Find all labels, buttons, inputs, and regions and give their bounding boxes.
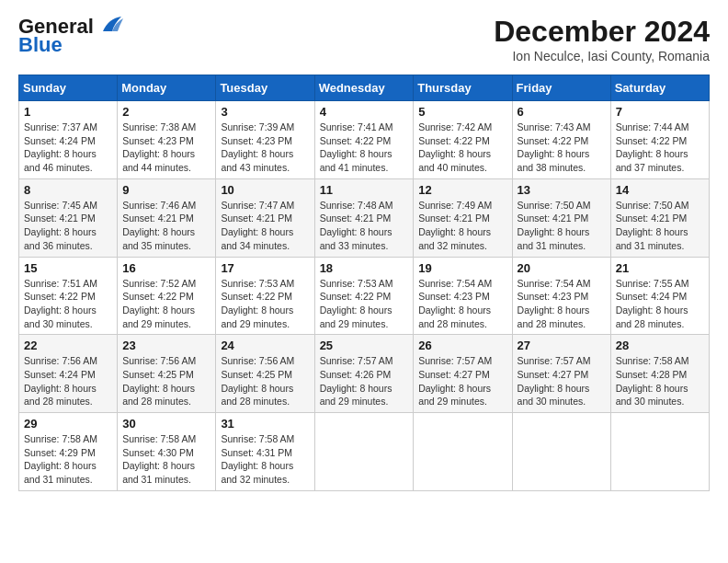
empty-cell <box>610 413 709 491</box>
day-info-8: Sunrise: 7:45 AMSunset: 4:21 PMDaylight:… <box>24 199 112 253</box>
day-info-4: Sunrise: 7:41 AMSunset: 4:22 PMDaylight:… <box>320 121 409 175</box>
day-number-1: 1 <box>24 105 112 119</box>
day-number-6: 6 <box>518 105 606 119</box>
col-wednesday: Wednesday <box>314 75 414 101</box>
day-info-23: Sunrise: 7:56 AMSunset: 4:25 PMDaylight:… <box>122 354 210 408</box>
day-cell-26: 26Sunrise: 7:57 AMSunset: 4:27 PMDayligh… <box>414 335 512 413</box>
day-info-11: Sunrise: 7:48 AMSunset: 4:21 PMDaylight:… <box>320 199 409 253</box>
location-subtitle: Ion Neculce, Iasi County, Romania <box>494 49 710 63</box>
day-cell-22: 22Sunrise: 7:56 AMSunset: 4:24 PMDayligh… <box>19 335 118 413</box>
day-info-9: Sunrise: 7:46 AMSunset: 4:21 PMDaylight:… <box>122 199 210 253</box>
day-cell-12: 12Sunrise: 7:49 AMSunset: 4:21 PMDayligh… <box>414 178 512 257</box>
day-number-26: 26 <box>418 339 506 352</box>
week-row-1: 8Sunrise: 7:45 AMSunset: 4:21 PMDaylight… <box>19 178 710 257</box>
empty-cell <box>314 413 414 491</box>
col-friday: Friday <box>512 75 610 101</box>
day-cell-17: 17Sunrise: 7:53 AMSunset: 4:22 PMDayligh… <box>216 257 314 335</box>
day-info-27: Sunrise: 7:57 AMSunset: 4:27 PMDaylight:… <box>518 354 606 408</box>
day-cell-8: 8Sunrise: 7:45 AMSunset: 4:21 PMDaylight… <box>19 178 118 257</box>
day-cell-1: 1Sunrise: 7:37 AMSunset: 4:24 PMDaylight… <box>19 101 118 179</box>
day-info-20: Sunrise: 7:54 AMSunset: 4:23 PMDaylight:… <box>518 277 606 331</box>
day-info-28: Sunrise: 7:58 AMSunset: 4:28 PMDaylight:… <box>616 354 704 408</box>
day-info-19: Sunrise: 7:54 AMSunset: 4:23 PMDaylight:… <box>418 277 506 331</box>
day-cell-30: 30Sunrise: 7:58 AMSunset: 4:30 PMDayligh… <box>118 413 216 491</box>
day-info-10: Sunrise: 7:47 AMSunset: 4:21 PMDaylight:… <box>221 199 309 253</box>
col-monday: Monday <box>118 75 216 101</box>
week-row-3: 22Sunrise: 7:56 AMSunset: 4:24 PMDayligh… <box>19 335 710 413</box>
day-cell-18: 18Sunrise: 7:53 AMSunset: 4:22 PMDayligh… <box>314 257 414 335</box>
calendar-table: Sunday Monday Tuesday Wednesday Thursday… <box>18 75 710 491</box>
day-info-14: Sunrise: 7:50 AMSunset: 4:21 PMDaylight:… <box>616 199 704 253</box>
day-info-7: Sunrise: 7:44 AMSunset: 4:22 PMDaylight:… <box>616 121 704 175</box>
day-info-3: Sunrise: 7:39 AMSunset: 4:23 PMDaylight:… <box>221 121 309 175</box>
day-info-30: Sunrise: 7:58 AMSunset: 4:30 PMDaylight:… <box>122 432 210 487</box>
day-cell-19: 19Sunrise: 7:54 AMSunset: 4:23 PMDayligh… <box>414 257 512 335</box>
day-info-17: Sunrise: 7:53 AMSunset: 4:22 PMDaylight:… <box>221 277 309 331</box>
month-title: December 2024 <box>494 15 710 49</box>
day-number-19: 19 <box>418 261 506 275</box>
day-cell-20: 20Sunrise: 7:54 AMSunset: 4:23 PMDayligh… <box>512 257 610 335</box>
logo-bird-icon <box>96 15 125 35</box>
day-info-24: Sunrise: 7:56 AMSunset: 4:25 PMDaylight:… <box>221 354 309 408</box>
logo-text-blue: Blue <box>18 33 63 57</box>
day-info-15: Sunrise: 7:51 AMSunset: 4:22 PMDaylight:… <box>24 277 112 331</box>
day-cell-31: 31Sunrise: 7:58 AMSunset: 4:31 PMDayligh… <box>216 413 314 491</box>
day-number-25: 25 <box>320 339 409 352</box>
day-number-27: 27 <box>518 339 606 352</box>
day-cell-24: 24Sunrise: 7:56 AMSunset: 4:25 PMDayligh… <box>216 335 314 413</box>
day-number-29: 29 <box>24 417 112 431</box>
col-sunday: Sunday <box>19 75 118 101</box>
day-cell-10: 10Sunrise: 7:47 AMSunset: 4:21 PMDayligh… <box>216 178 314 257</box>
empty-cell <box>512 413 610 491</box>
day-number-9: 9 <box>122 183 210 197</box>
day-info-2: Sunrise: 7:38 AMSunset: 4:23 PMDaylight:… <box>122 121 210 175</box>
day-info-31: Sunrise: 7:58 AMSunset: 4:31 PMDaylight:… <box>221 432 309 487</box>
day-cell-2: 2Sunrise: 7:38 AMSunset: 4:23 PMDaylight… <box>118 101 216 179</box>
week-row-0: 1Sunrise: 7:37 AMSunset: 4:24 PMDaylight… <box>19 101 710 179</box>
day-info-18: Sunrise: 7:53 AMSunset: 4:22 PMDaylight:… <box>320 277 409 331</box>
day-info-1: Sunrise: 7:37 AMSunset: 4:24 PMDaylight:… <box>24 121 112 175</box>
day-number-3: 3 <box>221 105 309 119</box>
week-row-4: 29Sunrise: 7:58 AMSunset: 4:29 PMDayligh… <box>19 413 710 491</box>
day-cell-13: 13Sunrise: 7:50 AMSunset: 4:21 PMDayligh… <box>512 178 610 257</box>
day-cell-21: 21Sunrise: 7:55 AMSunset: 4:24 PMDayligh… <box>610 257 709 335</box>
day-number-22: 22 <box>24 339 112 352</box>
day-info-16: Sunrise: 7:52 AMSunset: 4:22 PMDaylight:… <box>122 277 210 331</box>
day-number-30: 30 <box>122 417 210 431</box>
day-cell-5: 5Sunrise: 7:42 AMSunset: 4:22 PMDaylight… <box>414 101 512 179</box>
day-number-14: 14 <box>616 183 704 197</box>
day-info-26: Sunrise: 7:57 AMSunset: 4:27 PMDaylight:… <box>418 354 506 408</box>
day-info-13: Sunrise: 7:50 AMSunset: 4:21 PMDaylight:… <box>518 199 606 253</box>
day-cell-27: 27Sunrise: 7:57 AMSunset: 4:27 PMDayligh… <box>512 335 610 413</box>
day-number-5: 5 <box>418 105 506 119</box>
calendar-header-row: Sunday Monday Tuesday Wednesday Thursday… <box>19 75 710 101</box>
day-info-29: Sunrise: 7:58 AMSunset: 4:29 PMDaylight:… <box>24 432 112 487</box>
day-cell-3: 3Sunrise: 7:39 AMSunset: 4:23 PMDaylight… <box>216 101 314 179</box>
day-number-24: 24 <box>221 339 309 352</box>
day-number-4: 4 <box>320 105 409 119</box>
day-cell-28: 28Sunrise: 7:58 AMSunset: 4:28 PMDayligh… <box>610 335 709 413</box>
day-number-11: 11 <box>320 183 409 197</box>
day-cell-23: 23Sunrise: 7:56 AMSunset: 4:25 PMDayligh… <box>118 335 216 413</box>
empty-cell <box>414 413 512 491</box>
day-cell-7: 7Sunrise: 7:44 AMSunset: 4:22 PMDaylight… <box>610 101 709 179</box>
day-cell-9: 9Sunrise: 7:46 AMSunset: 4:21 PMDaylight… <box>118 178 216 257</box>
day-number-21: 21 <box>616 261 704 275</box>
day-number-28: 28 <box>616 339 704 352</box>
day-number-20: 20 <box>518 261 606 275</box>
day-number-13: 13 <box>518 183 606 197</box>
col-tuesday: Tuesday <box>216 75 314 101</box>
day-cell-29: 29Sunrise: 7:58 AMSunset: 4:29 PMDayligh… <box>19 413 118 491</box>
day-cell-25: 25Sunrise: 7:57 AMSunset: 4:26 PMDayligh… <box>314 335 414 413</box>
day-info-21: Sunrise: 7:55 AMSunset: 4:24 PMDaylight:… <box>616 277 704 331</box>
day-info-6: Sunrise: 7:43 AMSunset: 4:22 PMDaylight:… <box>518 121 606 175</box>
day-info-12: Sunrise: 7:49 AMSunset: 4:21 PMDaylight:… <box>418 199 506 253</box>
title-area: December 2024 Ion Neculce, Iasi County, … <box>494 15 710 63</box>
day-info-25: Sunrise: 7:57 AMSunset: 4:26 PMDaylight:… <box>320 354 409 408</box>
day-number-16: 16 <box>122 261 210 275</box>
day-cell-11: 11Sunrise: 7:48 AMSunset: 4:21 PMDayligh… <box>314 178 414 257</box>
day-info-5: Sunrise: 7:42 AMSunset: 4:22 PMDaylight:… <box>418 121 506 175</box>
day-number-23: 23 <box>122 339 210 352</box>
day-number-10: 10 <box>221 183 309 197</box>
day-number-15: 15 <box>24 261 112 275</box>
